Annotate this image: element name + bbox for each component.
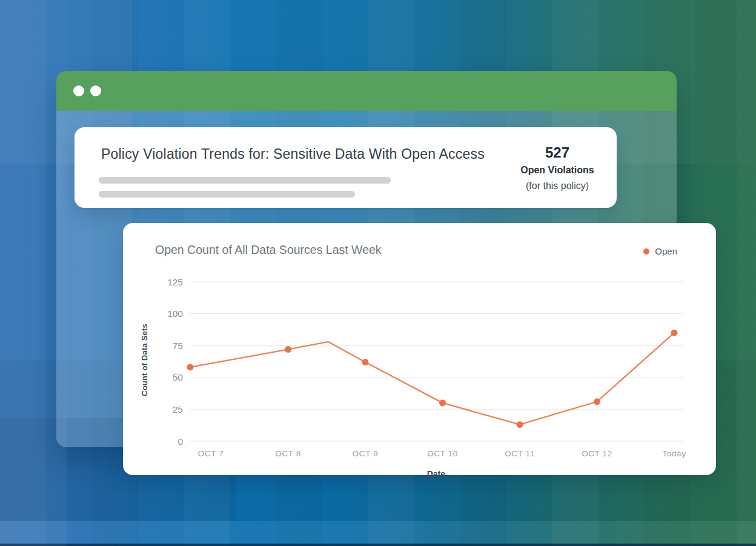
svg-text:OCT 9: OCT 9 xyxy=(353,449,379,458)
policy-summary-card: Policy Violation Trends for: Sensitive D… xyxy=(75,127,617,208)
skeleton-bar xyxy=(99,191,355,198)
stat-sublabel: (for this policy) xyxy=(503,181,612,191)
svg-text:Today: Today xyxy=(662,449,686,458)
open-violations-stat: 527 Open Violations (for this policy) xyxy=(503,144,612,191)
stat-value: 527 xyxy=(503,144,612,161)
stat-label: Open Violations xyxy=(503,165,612,176)
svg-text:125: 125 xyxy=(167,277,183,287)
line-chart[interactable]: 0255075100125OCT 7OCT 8OCT 9OCT 10OCT 11… xyxy=(123,223,716,484)
chart-card: Open Count of All Data Sources Last Week… xyxy=(123,223,716,475)
x-axis-title: Date xyxy=(190,469,683,479)
svg-text:OCT 12: OCT 12 xyxy=(582,449,612,458)
mosaic-tile xyxy=(695,0,756,164)
svg-text:50: 50 xyxy=(173,372,184,382)
svg-text:25: 25 xyxy=(173,404,183,414)
window-controls xyxy=(73,85,101,96)
svg-text:OCT 10: OCT 10 xyxy=(427,449,458,458)
skeleton-bar xyxy=(99,177,391,184)
svg-text:75: 75 xyxy=(173,341,183,351)
svg-text:100: 100 xyxy=(167,308,183,319)
svg-text:OCT 11: OCT 11 xyxy=(505,449,535,458)
svg-text:OCT 7: OCT 7 xyxy=(198,449,224,458)
svg-text:0: 0 xyxy=(177,436,183,447)
window-dot-icon[interactable] xyxy=(90,85,101,96)
window-dot-icon[interactable] xyxy=(73,85,84,96)
background-mosaic: Policy Violation Trends for: Sensitive D… xyxy=(0,0,756,546)
policy-card-title: Policy Violation Trends for: Sensitive D… xyxy=(101,146,485,162)
window-titlebar xyxy=(56,71,677,111)
svg-text:OCT 8: OCT 8 xyxy=(275,449,301,458)
